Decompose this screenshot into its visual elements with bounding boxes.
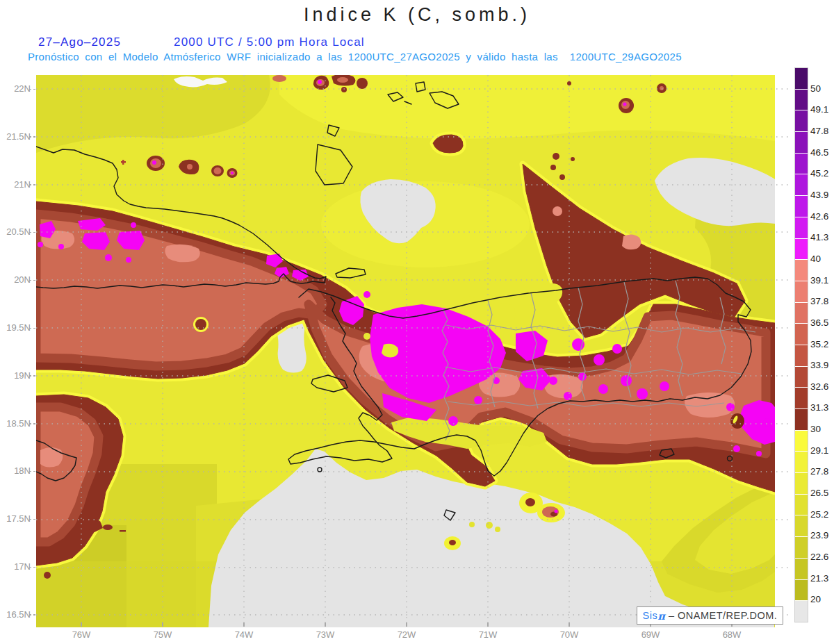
colorbar-tick-label: 25.2 <box>810 509 828 520</box>
colorbar-tick-label: 22.6 <box>810 552 828 562</box>
lon-tick <box>162 622 163 627</box>
lat-label: 22N <box>0 83 31 94</box>
lat-label: 20N <box>0 274 31 285</box>
colorbar-segment <box>795 174 808 195</box>
lat-tick <box>33 89 35 90</box>
lat-tick <box>29 184 31 185</box>
lon-tick <box>406 622 407 627</box>
colorbar-tick-label: 29.1 <box>810 445 828 456</box>
watermark-pi-icon: π <box>657 610 665 622</box>
colorbar-segment <box>795 324 808 345</box>
colorbar-tick-label: 26.5 <box>810 488 828 498</box>
lat-tick <box>29 280 31 281</box>
colorbar-tick-label: 39.1 <box>810 275 828 286</box>
lat-tick <box>33 471 35 472</box>
colorbar-segment <box>795 367 808 388</box>
colorbar-segment <box>795 196 808 217</box>
lat-tick <box>33 614 35 616</box>
colorbar-segment <box>795 110 808 131</box>
lon-label: 73W <box>310 629 341 640</box>
lon-tick <box>569 622 570 627</box>
colorbar-tick-label: 43.9 <box>810 190 828 200</box>
colorbar-segment <box>795 345 808 366</box>
lon-label: 74W <box>229 629 259 640</box>
lat-label: 17N <box>0 561 31 572</box>
lat-tick <box>29 614 31 616</box>
colorbar-tick-label: 41.3 <box>810 232 828 242</box>
weather-map-page: Indice K (C, somb.) 27–Ago–2025 2000 UTC… <box>0 0 834 644</box>
watermark-sis: Sis <box>643 610 658 621</box>
colorbar-segment <box>795 580 808 601</box>
colorbar-tick-label: 50 <box>810 83 821 94</box>
lon-label: 72W <box>391 629 422 640</box>
colorbar-tick-label: 20 <box>810 594 821 604</box>
colorbar-segment <box>795 495 808 515</box>
colorbar-segment <box>795 515 808 536</box>
forecast-date: 27–Ago–2025 <box>38 35 121 49</box>
colorbar-tick-label: 40 <box>810 254 821 264</box>
colorbar-segment <box>795 154 808 174</box>
lon-tick <box>487 622 489 627</box>
colorbar-tick-label: 45.2 <box>810 168 828 179</box>
page-title: Indice K (C, somb.) <box>0 4 834 26</box>
lon-label: 71W <box>473 629 503 640</box>
lat-tick <box>33 519 35 520</box>
colorbar-segment <box>795 90 808 110</box>
lon-label: 70W <box>554 629 584 640</box>
lat-tick <box>29 423 31 424</box>
colorbar-tick-label: 36.5 <box>810 317 828 328</box>
colorbar-tick-label: 27.8 <box>810 466 828 477</box>
lat-label: 16.5N <box>0 609 31 620</box>
lat-label: 19N <box>0 370 31 381</box>
map-area <box>36 75 790 627</box>
colorbar-tick-label: 30 <box>810 424 821 434</box>
colorbar <box>795 68 808 622</box>
colorbar-tick-label: 42.6 <box>810 211 828 222</box>
lat-label: 19.5N <box>0 322 31 333</box>
lat-tick <box>33 232 35 233</box>
lat-label: 17.5N <box>0 513 31 524</box>
model-subtitle: Pronóstico con el Modelo Atmósferico WRF… <box>28 51 682 63</box>
colorbar-segment <box>795 388 808 408</box>
colorbar-segment <box>795 217 808 238</box>
colorbar-tick-label: 46.5 <box>810 147 828 158</box>
lon-label: 68W <box>717 629 747 640</box>
colorbar-segment <box>795 281 808 302</box>
colorbar-segment <box>795 559 808 579</box>
colorbar-segment <box>795 409 808 430</box>
colorbar-segment <box>795 473 808 494</box>
lat-tick <box>29 328 31 329</box>
lon-label: 69W <box>635 629 666 640</box>
colorbar-segment <box>795 132 808 153</box>
colorbar-segment <box>795 303 808 324</box>
lon-tick <box>243 622 245 627</box>
colorbar-tick-label: 31.3 <box>810 402 828 413</box>
lat-tick <box>29 89 31 90</box>
lon-label: 76W <box>66 629 97 640</box>
colorbar-tick-label: 23.9 <box>810 530 828 540</box>
colorbar-tick-label: 47.8 <box>810 126 828 136</box>
colorbar-tick-label: 37.8 <box>810 296 828 306</box>
lat-tick <box>29 232 31 233</box>
colorbar-segment <box>795 431 808 452</box>
colorbar-segment <box>795 452 808 472</box>
lat-tick <box>33 280 35 281</box>
colorbar-segment <box>795 260 808 281</box>
colorbar-tick-label: 33.9 <box>810 360 828 370</box>
lon-tick <box>81 622 82 627</box>
lat-tick <box>33 567 35 568</box>
lon-label: 75W <box>147 629 178 640</box>
lat-label: 18.5N <box>0 418 31 429</box>
colorbar-tick-label: 49.1 <box>810 104 828 115</box>
lat-label: 18N <box>0 465 31 476</box>
lat-tick <box>33 184 35 185</box>
colorbar-segment <box>795 239 808 260</box>
lat-tick <box>33 423 35 424</box>
lat-tick <box>29 375 31 377</box>
k-index-contour-map <box>36 75 790 627</box>
colorbar-tick-label: 35.2 <box>810 339 828 349</box>
watermark-badge: Sisπ – ONAMET/REP.DOM. <box>637 606 783 625</box>
lat-tick <box>29 136 31 138</box>
watermark-org: – ONAMET/REP.DOM. <box>665 610 777 621</box>
lon-tick <box>325 622 326 627</box>
